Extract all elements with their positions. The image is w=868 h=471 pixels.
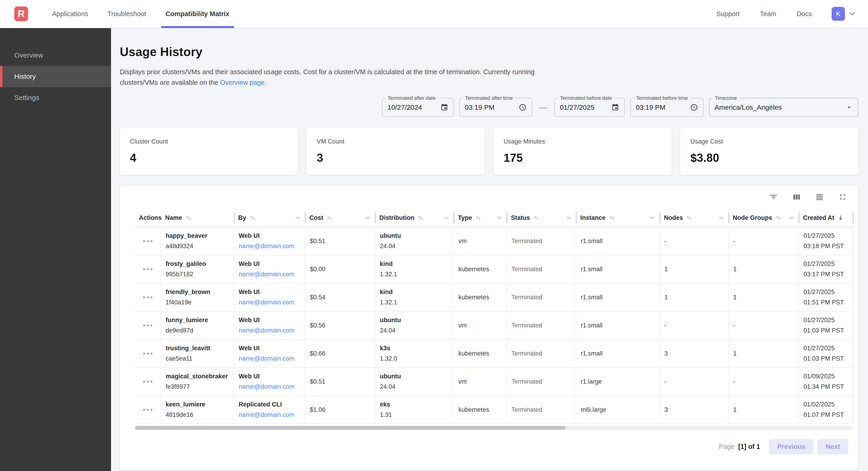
cell-primary-text: kind [380, 287, 449, 297]
cell-line2: 03:18 PM PST [804, 241, 848, 252]
cell-by: Web UIname@domain.com [234, 312, 305, 340]
email-link[interactable]: name@domain.com [239, 297, 300, 307]
more-dot-icon [150, 324, 153, 326]
column-menu-icon[interactable] [496, 214, 503, 221]
column-header-nodes[interactable]: Nodes [660, 209, 728, 227]
horizontal-scrollbar-thumb[interactable] [135, 426, 566, 430]
cell-line1: 01/27/2025 [804, 343, 848, 353]
column-menu-icon[interactable] [649, 214, 656, 221]
column-header-created_at[interactable]: Created At [799, 209, 853, 227]
column-header-by[interactable]: By [234, 209, 305, 227]
sort-icon[interactable] [249, 214, 256, 221]
sort-icon[interactable] [185, 214, 192, 221]
row-actions-button[interactable] [135, 368, 161, 396]
nav-item-team[interactable]: Team [750, 10, 786, 18]
cell-instance: r1.small [576, 255, 660, 284]
cell-primary-text: Web UI [239, 231, 300, 241]
nav-item-docs[interactable]: Docs [786, 10, 822, 18]
sort-icon[interactable] [775, 214, 782, 221]
row-actions-button[interactable] [135, 284, 161, 312]
nav-item-support[interactable]: Support [706, 10, 750, 18]
cell-node_groups: - [728, 312, 799, 340]
secondary-nav: SupportTeamDocs K [706, 7, 857, 21]
cell-line2: cae5ea11 [166, 353, 229, 364]
sort-icon[interactable] [475, 214, 482, 221]
filter-icon[interactable] [769, 193, 778, 201]
column-menu-icon[interactable] [788, 214, 795, 221]
clock-icon[interactable] [514, 104, 527, 111]
column-header-type[interactable]: Type [454, 209, 507, 227]
density-icon[interactable] [815, 193, 824, 201]
row-actions-button[interactable] [135, 312, 161, 340]
column-menu-icon[interactable] [294, 214, 301, 221]
row-actions-button[interactable] [135, 396, 161, 424]
cell-primary-text: Web UI [239, 315, 300, 325]
sort-icon[interactable] [417, 214, 424, 221]
column-menu-icon[interactable] [365, 214, 371, 221]
nav-item-troubleshoot[interactable]: Troubleshoot [98, 0, 156, 28]
column-header-cost[interactable]: Cost [305, 209, 375, 227]
sidebar-item-history[interactable]: History [0, 66, 111, 87]
terminated-after-date-label: Terminated after date [385, 95, 438, 101]
calendar-icon[interactable] [436, 104, 448, 111]
cell-name: happy_beavera48d9324 [161, 227, 234, 255]
terminated-after-time-field[interactable]: Terminated after time 03:19 PM [459, 98, 532, 117]
terminated-before-date-field[interactable]: Terminated before date 01/27/2025 [554, 98, 625, 117]
next-page-button[interactable]: Next [817, 439, 848, 454]
row-actions-button[interactable] [135, 227, 161, 255]
clock-icon[interactable] [686, 104, 698, 111]
terminated-before-time-field[interactable]: Terminated before time 03:19 PM [630, 98, 704, 117]
sort-desc-icon[interactable] [837, 214, 844, 221]
sidebar-item-overview[interactable]: Overview [0, 45, 111, 66]
column-menu-icon[interactable] [443, 214, 450, 221]
nav-item-compatibility-matrix[interactable]: Compatibility Matrix [156, 0, 239, 28]
row-actions-button[interactable] [135, 340, 161, 368]
cell-line2: 995b7182 [166, 269, 229, 279]
nav-item-applications[interactable]: Applications [42, 0, 98, 28]
email-link[interactable]: name@domain.com [239, 410, 300, 420]
email-link[interactable]: name@domain.com [239, 325, 300, 336]
chevron-down-icon[interactable] [848, 10, 857, 18]
stat-card-usage-cost: Usage Cost$3.80 [680, 128, 858, 175]
more-dot-icon [150, 381, 153, 383]
overview-page-link[interactable]: Overview page [220, 79, 265, 86]
fullscreen-icon[interactable] [838, 193, 847, 201]
cell-primary-text: keen_lumiere [166, 399, 229, 410]
email-link[interactable]: name@domain.com [239, 269, 300, 279]
column-menu-icon[interactable] [565, 214, 572, 221]
replicated-logo[interactable]: R [14, 6, 28, 21]
cell-primary-text: funny_lumiere [166, 315, 229, 325]
columns-icon[interactable] [792, 193, 801, 201]
dropdown-caret-icon[interactable] [841, 104, 853, 111]
column-header-node_groups[interactable]: Node Groups [728, 209, 799, 227]
column-menu-icon[interactable] [718, 214, 724, 221]
column-header-distribution[interactable]: Distribution [375, 209, 454, 227]
row-actions-button[interactable] [135, 255, 161, 284]
cell-line2: 24.04 [380, 325, 449, 336]
sort-icon[interactable] [609, 214, 615, 221]
email-link[interactable]: name@domain.com [239, 353, 300, 364]
user-avatar[interactable]: K [832, 7, 845, 21]
stats-row: Cluster Count4VM Count3Usage Minutes175U… [120, 128, 858, 175]
sort-icon[interactable] [533, 214, 540, 221]
more-dot-icon [150, 353, 153, 355]
email-link[interactable]: name@domain.com [239, 241, 300, 252]
sort-icon[interactable] [686, 214, 693, 221]
email-link[interactable]: name@domain.com [239, 382, 300, 392]
column-header-label: Created At [803, 214, 834, 222]
calendar-icon[interactable] [607, 104, 619, 111]
terminated-before-time-label: Terminated before time [634, 95, 690, 101]
cell-name: trusting_leavittcae5ea11 [161, 340, 234, 368]
column-header-status[interactable]: Status [507, 209, 576, 227]
column-header-name[interactable]: Name [161, 209, 234, 227]
cell-nodes: - [660, 368, 728, 396]
previous-page-button[interactable]: Previous [769, 439, 814, 454]
sort-icon[interactable] [326, 214, 333, 221]
cell-status: Terminated [507, 284, 576, 312]
sidebar-item-settings[interactable]: Settings [0, 87, 111, 108]
column-header-instance[interactable]: Instance [576, 209, 660, 227]
column-header-label: Nodes [664, 214, 683, 222]
terminated-after-date-field[interactable]: Terminated after date 10/27/2024 [382, 98, 454, 117]
cell-line1: 01/27/2025 [804, 315, 848, 325]
timezone-select[interactable]: Timezone America/Los_Angeles [709, 98, 858, 117]
